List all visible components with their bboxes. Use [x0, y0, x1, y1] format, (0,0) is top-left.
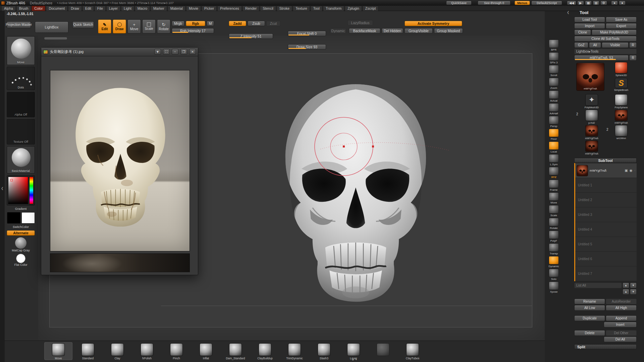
lightbox-button[interactable]: LightBox [35, 21, 68, 33]
menu-item[interactable]: Stencil [260, 6, 276, 11]
window-fit-icon[interactable]: ⛶ [163, 49, 170, 55]
canvas-scrollbar[interactable] [44, 37, 67, 40]
subtool-row[interactable]: Untitled 1 [575, 178, 637, 193]
doc-icon[interactable]: ▤ [593, 1, 599, 5]
group-visible-button[interactable]: GroupVisible [405, 28, 433, 34]
subtool-row[interactable]: Untitled 4 [575, 222, 637, 237]
mrgb-button[interactable]: Mrgb [172, 21, 184, 26]
brush-tray-item[interactable]: TrimDynamic [280, 342, 309, 360]
matcap-item[interactable]: MatCap Gray [7, 237, 35, 252]
menu-item[interactable]: Edit [83, 6, 94, 11]
del-hidden-button[interactable]: Del Hidden [382, 28, 403, 34]
default-zscript-button[interactable]: DefaultZScript [531, 1, 562, 5]
main-color-swatch[interactable] [7, 212, 20, 224]
strip-tool[interactable]: Transp [547, 243, 561, 255]
rename-button[interactable]: Rename [574, 299, 605, 304]
lightbox-tools-button[interactable]: Lightbox▸Tools [574, 49, 637, 54]
goz-button[interactable]: GoZ [574, 42, 588, 48]
zsub-button[interactable]: Zsub [248, 21, 265, 26]
brush-tray-item[interactable] [369, 342, 397, 357]
polysphere-item[interactable]: PolySphere [614, 94, 629, 109]
menu-item[interactable]: Brush [16, 6, 31, 11]
menu-item[interactable]: Preferences [217, 6, 242, 11]
clone-button[interactable]: Clone [574, 29, 591, 35]
circle-icon[interactable]: ● [619, 1, 626, 5]
insert-button[interactable]: Insert [604, 322, 637, 327]
paint-icon[interactable]: ▣ [625, 169, 628, 172]
polymesh3d-item[interactable]: ✦ PolyMesh3D [584, 94, 599, 109]
strip-tool[interactable]: Rotate [547, 218, 561, 230]
active-tool-slider[interactable]: mWYgtTnd\. 53 [574, 55, 629, 61]
strip-tool[interactable]: Floor [547, 129, 561, 140]
slot-icon[interactable]: ▫ [634, 169, 635, 172]
window-minimize-icon[interactable]: − [172, 49, 178, 55]
secondary-color-swatch[interactable] [21, 212, 35, 224]
goz-all-button[interactable]: All [589, 42, 601, 48]
color-picker[interactable] [7, 175, 35, 205]
load-tool-button[interactable]: Load Tool [574, 17, 605, 22]
lock-icon[interactable]: ● [611, 1, 618, 5]
texture-thumb[interactable]: Texture Off [7, 119, 35, 144]
autoreorder-button[interactable]: AutoReorder [606, 299, 637, 304]
quicksave-button[interactable]: QuickSave [446, 1, 472, 5]
append-button[interactable]: Append [606, 315, 637, 321]
menu-item[interactable]: Light [121, 6, 134, 11]
zcut-button[interactable]: Zcut [266, 21, 280, 26]
left-tray-collapse-icon[interactable]: ❮ [1, 187, 4, 190]
menu-item[interactable]: Picker [202, 6, 217, 11]
subtool-row[interactable]: Untitled 6 [575, 252, 637, 266]
projection-master-button[interactable]: Projection Master [7, 21, 31, 28]
subtool-row[interactable]: Untitled 3 [575, 207, 637, 222]
strip-tool[interactable]: SPix 3 [547, 52, 561, 64]
all-low-button[interactable]: All Low [574, 305, 605, 311]
strip-tool[interactable]: Solo [547, 269, 561, 281]
brush-tray-item[interactable]: hPolish [133, 342, 161, 360]
strip-tool[interactable]: XYZ [547, 167, 561, 179]
all-high-button[interactable]: All High [606, 305, 637, 311]
menu-item[interactable]: Zplugin [345, 6, 362, 11]
gear-icon[interactable]: ⚙ [600, 1, 607, 5]
import-button[interactable]: Import [574, 23, 605, 29]
tool-thumb-item[interactable]: mWYgtTnd\ [614, 110, 629, 124]
menu-item[interactable]: Texture [293, 6, 310, 11]
tray-scroll-arrows[interactable]: ▲▼ [352, 358, 358, 361]
scale-mode-button[interactable]: Scale [142, 19, 156, 34]
current-brush-thumb[interactable]: Move [7, 36, 35, 65]
list-all-button[interactable]: List All [574, 283, 622, 288]
goz-r-button[interactable]: R [629, 42, 637, 48]
duplicate-button[interactable]: Duplicate [574, 315, 605, 321]
stroke-thumb[interactable]: Dots [7, 67, 35, 90]
strip-tool[interactable]: Local [547, 141, 561, 153]
clone-all-subtools-button[interactable]: Clone All SubTools [574, 36, 637, 42]
gradient-label[interactable]: Gradient [7, 207, 35, 210]
strip-tool[interactable]: BPR [547, 40, 561, 51]
edit-mode-button[interactable]: ✎ Edit [98, 19, 111, 34]
tool-thumb-item[interactable]: mWYgtTnd\ [584, 125, 599, 140]
window-titlebar[interactable]: 头骨雕刻参考 (1).jpg ▼ ⛶ − ❐ ✕ [41, 48, 198, 56]
rgb-button[interactable]: Rgb [186, 21, 205, 26]
subtool-up-button[interactable]: ▲ [623, 283, 629, 288]
alpha-thumb[interactable]: Alpha Off [7, 92, 35, 117]
backface-mask-button[interactable]: BackfaceMask [349, 28, 380, 34]
switch-color-label[interactable]: SwitchColor [7, 225, 35, 229]
simplebrush-item[interactable]: S SimpleBrush [614, 78, 629, 92]
window-maximize-icon[interactable]: ❐ [180, 49, 187, 55]
tool-r-button[interactable]: R [629, 55, 637, 61]
strip-tool[interactable]: Actual [547, 90, 561, 102]
subtool-row[interactable]: Untitled 7 [575, 266, 637, 281]
z-intensity-slider[interactable]: Z Intensity 51 [229, 34, 273, 39]
strip-tool[interactable]: Move [547, 192, 561, 204]
subtool-section-header[interactable]: SubTool [574, 158, 637, 163]
save-as-button[interactable]: Save As [606, 17, 637, 22]
dynamic-toggle[interactable]: Dynamic [330, 28, 346, 34]
brush-tray-item[interactable]: Layer [339, 342, 368, 360]
zadd-button[interactable]: Zadd [229, 21, 246, 26]
brush-tray-item[interactable]: Inflat [192, 342, 220, 360]
see-through-slider[interactable]: See-through 0 [478, 1, 511, 5]
focal-shift-slider[interactable]: Focal Shift 0 [288, 31, 326, 36]
strip-tool[interactable]: PolyF [547, 231, 561, 242]
menu-item[interactable]: Document [46, 6, 67, 11]
delete-button[interactable]: Delete [574, 330, 605, 336]
menu-item[interactable]: Draw [68, 6, 82, 11]
rgb-intensity-slider[interactable]: Rgb Intensity 17 [172, 28, 214, 34]
